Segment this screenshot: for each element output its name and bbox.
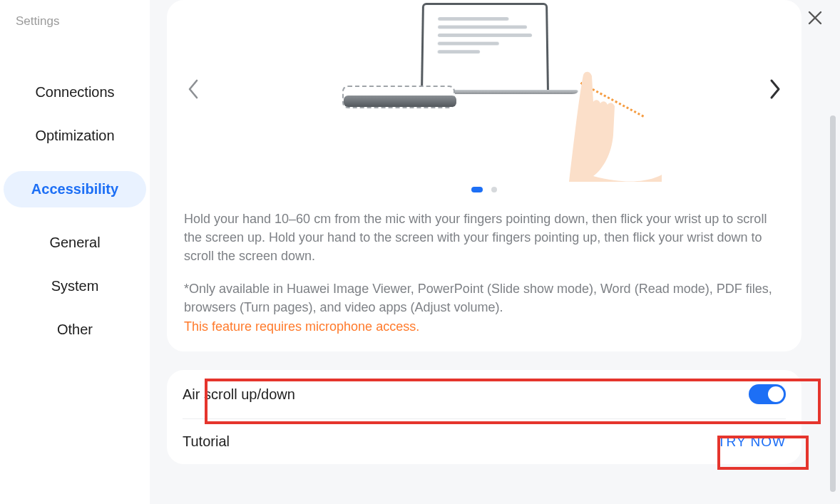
main-panel: Hold your hand 10–60 cm from the mic wit…: [150, 0, 840, 504]
sidebar-item-general[interactable]: General: [4, 235, 146, 251]
try-now-button[interactable]: TRY NOW: [717, 434, 786, 450]
scrollbar[interactable]: [830, 115, 836, 492]
close-icon[interactable]: [807, 10, 823, 29]
air-scroll-toggle[interactable]: [749, 384, 786, 404]
tutorial-label: Tutorial: [183, 433, 230, 450]
illustration-row: [181, 0, 787, 178]
feature-description: Hold your hand 10–60 cm from the mic wit…: [184, 210, 784, 265]
sidebar-item-connections[interactable]: Connections: [4, 84, 146, 101]
settings-title: Settings: [0, 10, 150, 29]
pager: [181, 182, 787, 195]
settings-card: Air scroll up/down Tutorial TRY NOW: [167, 370, 801, 464]
pager-dot-1[interactable]: [471, 187, 483, 192]
sidebar-item-other[interactable]: Other: [4, 322, 146, 338]
chevron-right-icon[interactable]: [762, 76, 787, 102]
sidebar-item-accessibility[interactable]: Accessibility: [4, 171, 146, 207]
pager-dot-2[interactable]: [491, 187, 497, 192]
chevron-left-icon[interactable]: [181, 76, 207, 102]
sidebar-items: Connections Optimization Accessibility G…: [0, 84, 150, 338]
sidebar: Settings Connections Optimization Access…: [0, 0, 150, 504]
illustration-card: Hold your hand 10–60 cm from the mic wit…: [167, 0, 801, 351]
feature-note: *Only available in Huawei Image Viewer, …: [184, 279, 784, 317]
air-scroll-label: Air scroll up/down: [183, 386, 295, 403]
scroll-indicator-graphic: [342, 86, 455, 108]
feature-description-block: Hold your hand 10–60 cm from the mic wit…: [181, 210, 787, 334]
hand-graphic: [569, 68, 662, 182]
feature-warning: This feature requires microphone access.: [184, 319, 784, 334]
sidebar-item-system[interactable]: System: [4, 278, 146, 294]
tutorial-row: Tutorial TRY NOW: [167, 419, 801, 464]
air-scroll-row: Air scroll up/down: [167, 370, 801, 418]
illustration: [207, 0, 762, 178]
sidebar-item-optimization[interactable]: Optimization: [4, 128, 146, 144]
